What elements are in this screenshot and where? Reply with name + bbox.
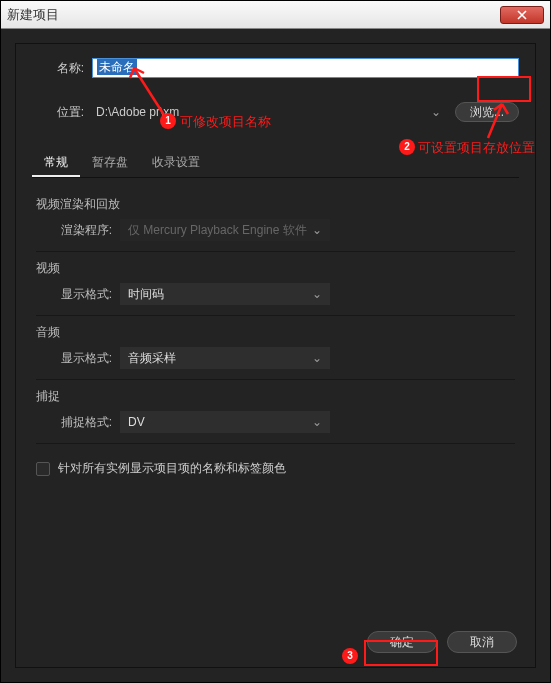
divider	[36, 379, 515, 380]
location-label: 位置:	[32, 104, 92, 121]
capture-format-value: DV	[128, 415, 312, 429]
show-names-label: 针对所有实例显示项目项的名称和标签颜色	[58, 460, 286, 477]
browse-button[interactable]: 浏览...	[455, 102, 519, 122]
video-display-select[interactable]: 时间码 ⌄	[120, 283, 330, 305]
section-video-render: 视频渲染和回放	[36, 196, 515, 213]
section-video: 视频	[36, 260, 515, 277]
video-display-label: 显示格式:	[60, 286, 120, 303]
audio-display-value: 音频采样	[128, 350, 312, 367]
chevron-down-icon: ⌄	[312, 415, 322, 429]
name-input-value: 未命名	[97, 59, 137, 75]
chevron-down-icon: ⌄	[312, 351, 322, 365]
capture-format-label: 捕捉格式:	[60, 414, 120, 431]
location-value: D:\Adobe pr\xm	[96, 105, 431, 119]
tab-general[interactable]: 常规	[32, 150, 80, 177]
capture-format-select[interactable]: DV ⌄	[120, 411, 330, 433]
tab-ingest[interactable]: 收录设置	[140, 150, 212, 177]
chevron-down-icon: ⌄	[312, 223, 322, 237]
video-display-value: 时间码	[128, 286, 312, 303]
audio-display-label: 显示格式:	[60, 350, 120, 367]
renderer-label: 渲染程序:	[60, 222, 120, 239]
renderer-select: 仅 Mercury Playback Engine 软件 ⌄	[120, 219, 330, 241]
divider	[36, 251, 515, 252]
location-input[interactable]: D:\Adobe pr\xm ⌄	[92, 102, 445, 122]
name-input[interactable]: 未命名	[92, 58, 519, 78]
close-icon	[517, 10, 527, 20]
cancel-button[interactable]: 取消	[447, 631, 517, 653]
audio-display-select[interactable]: 音频采样 ⌄	[120, 347, 330, 369]
section-audio: 音频	[36, 324, 515, 341]
divider	[36, 315, 515, 316]
ok-button[interactable]: 确定	[367, 631, 437, 653]
chevron-down-icon: ⌄	[431, 105, 441, 119]
chevron-down-icon: ⌄	[312, 287, 322, 301]
show-names-checkbox[interactable]	[36, 462, 50, 476]
window-title: 新建项目	[7, 6, 500, 24]
close-button[interactable]	[500, 6, 544, 24]
name-label: 名称:	[32, 60, 92, 77]
renderer-value: 仅 Mercury Playback Engine 软件	[128, 222, 312, 239]
tab-scratch-disks[interactable]: 暂存盘	[80, 150, 140, 177]
section-capture: 捕捉	[36, 388, 515, 405]
divider	[36, 443, 515, 444]
